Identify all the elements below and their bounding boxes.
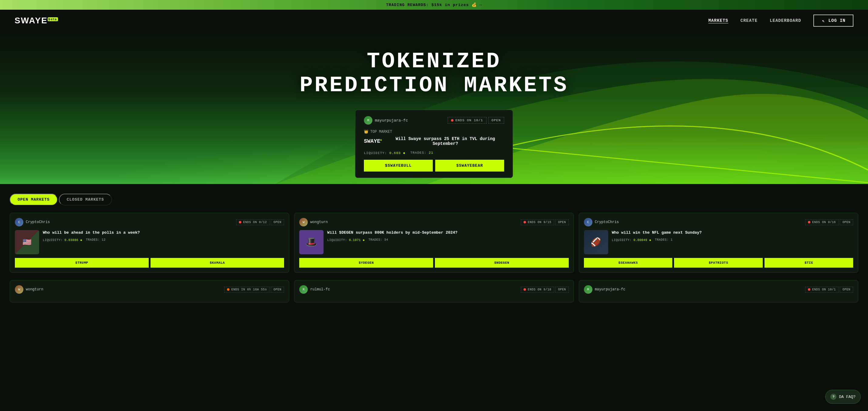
open-badge: OPEN [271,287,284,293]
market-question: Will Swaye surpass 25 ETH in TVL during … [386,136,504,146]
badge-group: ENDS ON 10/1 OPEN [805,287,853,293]
trades: TRADES: 1 [655,238,673,242]
username: rulmul-fc [310,287,330,292]
ends-text: ENDS ON 9/18 [528,288,552,291]
market-card-body: 🎩 Will $DEGEN surpass 800K holders by mi… [299,230,568,254]
logo[interactable]: SWAYEbeta [14,16,58,26]
nav-leaderboard[interactable]: LEADERBOARD [770,18,801,23]
red-dot [239,221,241,224]
ends-badge: ENDS ON 9/16 [805,219,839,225]
open-badge: OPEN [555,287,569,293]
ends-text: ENDS ON 9/15 [528,221,552,224]
market-content: SWAYE◉ Will Swaye surpass 25 ETH in TVL … [364,136,504,146]
orange-dot [227,288,229,291]
ends-badge: ENDS IN 6h 16m 55s [224,287,270,293]
navbar: SWAYEbeta MARKETS CREATE LEADERBOARD LOG… [0,10,868,32]
market-card-header: C CryptoChris ENDS ON 9/12 OPEN [15,218,284,227]
top-market-card: M mayurpujara-fc ENDS ON 10/1 OPEN 👑 TOP… [355,110,513,178]
tabs-section: OPEN MARKETS CLOSED MARKETS [0,184,868,205]
btn-ndegen[interactable]: $NDEGEN [435,258,569,268]
hero-section: TOKENIZED PREDICTION MARKETS M mayurpuja… [0,32,868,184]
market-card-polls: C CryptoChris ENDS ON 9/12 OPEN 🇺🇸 [10,213,289,273]
market-card-body: 🏈 Who will win the NFL game next Sunday?… [584,230,853,254]
tab-open-markets[interactable]: OPEN MARKETS [10,194,58,205]
card-user: M mayurpujara-fc [364,116,408,125]
ends-text: ENDS ON 9/12 [243,221,267,224]
market-card-user: W wongturn [299,218,328,227]
market-card-user: R rulmul-fc [299,285,330,294]
avatar: W [299,218,308,227]
market-card-header: R rulmul-fc ENDS ON 9/18 OPEN [299,285,568,294]
card-header: M mayurpujara-fc ENDS ON 10/1 OPEN [364,116,504,125]
red-dot [808,221,810,224]
hat-icon: 🎩 [299,230,323,254]
ends-text: ENDS ON 9/16 [812,221,836,224]
username: mayurpujara-fc [375,118,408,123]
market-card-info: Who will be ahead in the polls in a week… [43,230,284,242]
btn-trump[interactable]: $TRUMP [15,258,149,268]
red-dot [451,119,454,122]
open-badge: OPEN [840,287,853,293]
open-text: OPEN [842,288,850,291]
open-badge: OPEN [488,117,504,124]
liquidity: LIQUIDITY: 0.03886 ◆ [43,238,82,242]
market-buttons: $TRUMP $KAMALA [15,258,284,268]
market-card-user: C CryptoChris [584,218,619,227]
market-card-header: M mayurpujara-fc ENDS ON 10/1 OPEN [584,285,853,294]
btn-patriots[interactable]: $PATRIOTS [674,258,763,268]
ends-badge: ENDS ON 10/1 [448,117,486,124]
faq-button[interactable]: ? DA FAQ? [825,390,861,404]
tab-closed-markets[interactable]: CLOSED MARKETS [59,194,112,205]
market-stats: LIQUIDITY: 0.03886 ◆ TRADES: 12 [43,238,284,242]
market-stats: LIQUIDITY: 0.00049 ◆ TRADES: 1 [612,238,853,242]
btn-seahawks[interactable]: $SEAHAWKS [584,258,673,268]
politicians-icon: 🇺🇸 [15,230,39,254]
market-card-info: Will $DEGEN surpass 800K holders by mid-… [327,230,568,242]
market-card-row2-1: W wongturn ENDS IN 6h 16m 55s OPEN [10,280,289,303]
market-card-user: M mayurpujara-fc [584,285,625,294]
avatar: R [299,285,308,294]
avatar: C [584,218,592,227]
bull-button[interactable]: $SWAYEBULL [364,160,433,172]
top-market-label: 👑 TOP MARKET [364,129,504,134]
market-card-header: W wongturn ENDS ON 9/15 OPEN [299,218,568,227]
markets-grid: C CryptoChris ENDS ON 9/12 OPEN 🇺🇸 [10,213,858,273]
nav-links: MARKETS CREATE LEADERBOARD LOG IN [708,14,854,27]
market-card-nfl: C CryptoChris ENDS ON 9/16 OPEN 🏈 [579,213,858,273]
cursor-icon [821,18,826,23]
market-stats: LIQUIDITY: 0.1971 ◆ TRADES: 34 [327,238,568,242]
trades-label: TRADES: 21 [410,151,433,155]
badge-group: ENDS ON 9/12 OPEN [236,219,284,225]
trading-rewards-banner[interactable]: TRADING REWARDS: $15k in prizes 💰 → [0,0,868,10]
faq-icon: ? [830,394,836,400]
ends-text: ENDS ON 10/1 [455,118,483,122]
red-dot [808,288,810,291]
hero-title: TOKENIZED PREDICTION MARKETS [6,50,862,98]
open-badge: OPEN [271,219,284,225]
btn-ydegen[interactable]: $YDEGEN [299,258,433,268]
market-stats: LIQUIDITY: 0.603 ◆ TRADES: 21 [364,151,504,155]
nav-markets[interactable]: MARKETS [708,18,728,23]
btn-kamala[interactable]: $KAMALA [151,258,284,268]
swaye-logo-small: SWAYE◉ [364,138,382,144]
nav-create[interactable]: CREATE [741,18,757,23]
badge-group: ENDS ON 9/18 OPEN [521,287,569,293]
open-text: OPEN [274,288,281,291]
faq-label: DA FAQ? [839,395,856,399]
liquidity: LIQUIDITY: 0.1971 ◆ [327,238,365,242]
badge-group: ENDS IN 6h 16m 55s OPEN [224,287,284,293]
ends-text: ENDS IN 6h 16m 55s [231,288,267,291]
market-card-user: C CryptoChris [15,218,50,227]
login-button[interactable]: LOG IN [813,14,854,27]
card-badge-group: ENDS ON 10/1 OPEN [448,117,504,124]
bear-button[interactable]: $SWAYEBEAR [435,160,504,172]
btn-tie[interactable]: $TIE [765,258,853,268]
red-dot [524,288,526,291]
market-image: 🏈 [584,230,608,254]
market-card-header: W wongturn ENDS IN 6h 16m 55s OPEN [15,285,284,294]
open-text: OPEN [558,288,566,291]
trades: TRADES: 12 [86,238,105,242]
ends-badge: ENDS ON 10/1 [805,287,839,293]
market-card-user: W wongturn [15,285,43,294]
market-image: 🇺🇸 [15,230,39,254]
